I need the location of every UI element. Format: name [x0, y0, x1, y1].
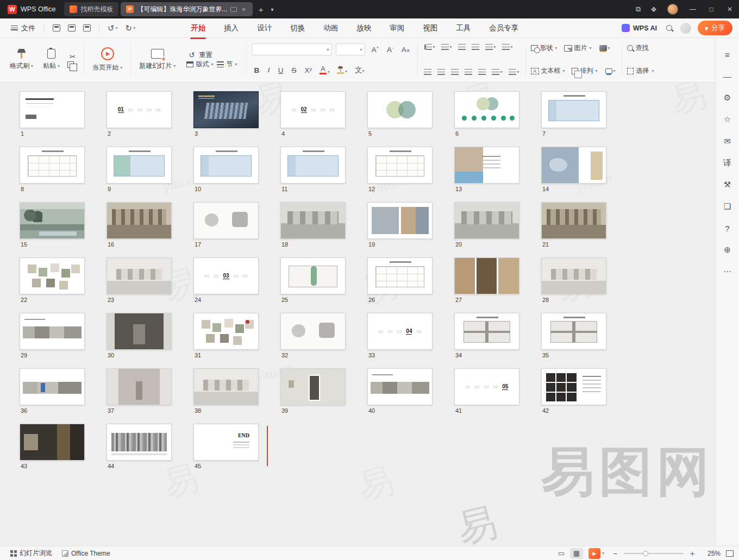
menu-tab-审阅[interactable]: 审阅 [384, 21, 410, 36]
font-color-button[interactable]: A ▾ [318, 66, 331, 74]
slide-thumbnail-44[interactable]: 44 [107, 424, 172, 470]
slide-thumbnail-14[interactable]: 14 [541, 147, 606, 193]
invite-add-icon[interactable]: ⊕ [719, 242, 736, 258]
fill-color-button[interactable]: ▾ [598, 45, 611, 52]
menu-tab-放映[interactable]: 放映 [351, 21, 377, 36]
tab-list-button[interactable]: ▾ [267, 7, 278, 12]
slide-thumbnail-26[interactable]: 26 [367, 257, 433, 304]
layout-button[interactable]: 版式▾ [186, 60, 213, 69]
numbering-button[interactable]: ▾ [440, 43, 453, 51]
favorites-star-icon[interactable]: ☆ [719, 111, 736, 128]
slide-thumbnail-35[interactable]: 35 [541, 313, 606, 359]
fit-window-button[interactable] [726, 550, 734, 557]
italic-button[interactable]: I [265, 65, 272, 75]
paste-button[interactable]: 粘贴▾ [41, 49, 62, 71]
strikethrough-button[interactable]: S [289, 66, 298, 75]
slide-thumbnail-42[interactable]: 42 [541, 368, 606, 414]
repair-tools-icon[interactable]: ⚒ [719, 177, 736, 193]
help-question-icon[interactable]: ? [719, 220, 736, 236]
slide-thumbnail-15[interactable]: 15 [20, 202, 85, 248]
skin-center-icon[interactable]: ❖ [646, 5, 662, 14]
theme-skin-icon[interactable] [680, 23, 691, 34]
align-left-button[interactable] [423, 68, 433, 75]
app-tab-wps-office[interactable]: W WPS Office [2, 0, 64, 18]
doc-tab-docer-templates[interactable]: 找稻壳模板 [64, 2, 118, 16]
slide-thumbnail-10[interactable]: 10 [193, 147, 259, 193]
file-menu-button[interactable]: 文件 [7, 23, 40, 33]
slide-thumbnail-19[interactable]: 19 [367, 202, 433, 248]
justify-button[interactable] [464, 68, 473, 75]
slide-thumbnail-41[interactable]: 010203040541 [454, 368, 519, 414]
outdent-button[interactable] [457, 43, 467, 51]
menu-tab-会员专享[interactable]: 会员专享 [484, 21, 524, 36]
menu-tab-视图[interactable]: 视图 [417, 21, 443, 36]
text-direction-button[interactable]: ▾ [484, 43, 497, 51]
chevron-down-icon[interactable]: ▾ [602, 551, 604, 556]
slide-thumbnail-27[interactable]: 27 [454, 257, 519, 304]
split-window-icon[interactable]: ⧉ [631, 5, 646, 14]
menu-tab-设计[interactable]: 设计 [252, 21, 277, 36]
slide-thumbnail-29[interactable]: 29 [20, 313, 85, 359]
decrease-font-button[interactable]: A- [385, 45, 396, 54]
zoom-slider-knob[interactable] [643, 551, 648, 556]
outline-color-button[interactable]: ▾ [604, 68, 617, 74]
slide-thumbnail-45[interactable]: END45 [193, 424, 259, 470]
print-button[interactable] [64, 24, 79, 32]
reset-button[interactable]: ↺重置 [186, 50, 237, 60]
character-tool-button[interactable]: 文▾ [353, 65, 367, 75]
highlight-color-button[interactable]: ▾ [335, 66, 349, 74]
undo-button[interactable]: ↺▾ [104, 23, 122, 33]
superscript-button[interactable]: X² [302, 66, 314, 75]
settings-gear-icon[interactable]: ⚙ [719, 90, 736, 106]
underline-button[interactable]: U [276, 66, 286, 75]
bullets-button[interactable]: ▾ [423, 43, 436, 51]
play-from-current-button[interactable]: ▶ 当页开始▾ [90, 47, 124, 72]
increase-font-button[interactable]: A+ [369, 45, 381, 54]
slide-thumbnail-40[interactable]: 40 [367, 368, 433, 414]
textbox-button[interactable]: A文本框▾ [531, 66, 565, 75]
select-button[interactable]: 选择▾ [627, 66, 654, 75]
menu-tab-工具[interactable]: 工具 [450, 21, 476, 36]
redo-button[interactable]: ↻▾ [122, 23, 140, 33]
columns-button[interactable]: ▾ [508, 68, 521, 75]
slide-thumbnail-37[interactable]: 37 [107, 368, 172, 414]
slide-thumbnail-22[interactable]: 22 [20, 257, 85, 304]
slide-thumbnail-13[interactable]: 13 [454, 147, 519, 193]
zoom-slider[interactable] [624, 553, 684, 554]
slide-thumbnail-3[interactable]: 3 [193, 91, 259, 137]
font-size-select[interactable]: ▾ [336, 43, 365, 55]
slide-thumbnail-23[interactable]: 23 [107, 257, 172, 304]
slide-thumbnail-25[interactable]: 25 [280, 257, 346, 304]
translate-icon[interactable]: 译 [719, 155, 736, 171]
slide-thumbnail-16[interactable]: 16 [107, 202, 172, 248]
slide-thumbnail-1[interactable]: 1 [20, 91, 85, 137]
copy-button[interactable] [67, 61, 74, 68]
zoom-out-button[interactable]: − [611, 549, 619, 558]
slide-thumbnail-31[interactable]: 31 [193, 313, 259, 359]
indent-button[interactable] [471, 43, 480, 51]
slide-thumbnail-4[interactable]: 01020304054 [280, 91, 346, 137]
shapes-button[interactable]: 形状▾ [531, 43, 558, 53]
slide-thumbnail-11[interactable]: 11 [280, 147, 346, 193]
clear-format-button[interactable]: A✕ [399, 45, 412, 54]
line-spacing-button[interactable]: ▾ [491, 68, 504, 75]
save-button[interactable] [49, 24, 64, 32]
hide-panel-icon[interactable]: — [719, 68, 736, 84]
font-family-select[interactable]: ▾ [252, 43, 332, 55]
distribute-button[interactable] [477, 68, 487, 75]
slide-thumbnail-36[interactable]: 36 [20, 368, 85, 414]
view-mode-indicator[interactable]: 幻灯片浏览 [5, 549, 57, 558]
document-check-icon[interactable]: ❏ [719, 198, 736, 215]
slide-thumbnail-8[interactable]: 8 [20, 147, 85, 193]
arrange-button[interactable]: 排列▾ [572, 66, 598, 75]
comments-icon[interactable]: ✉ [719, 133, 736, 149]
align-center-button[interactable] [436, 68, 446, 75]
wps-ai-button[interactable]: WPS AI [616, 24, 662, 32]
new-tab-button[interactable]: + [255, 5, 267, 14]
picture-button[interactable]: 图片▾ [564, 43, 592, 53]
slide-thumbnail-43[interactable]: 43 [20, 424, 85, 470]
search-button[interactable] [662, 25, 676, 31]
slide-thumbnail-17[interactable]: 17 [193, 202, 259, 248]
menu-tab-切换[interactable]: 切换 [285, 21, 310, 36]
slide-thumbnail-20[interactable]: 20 [454, 202, 519, 248]
